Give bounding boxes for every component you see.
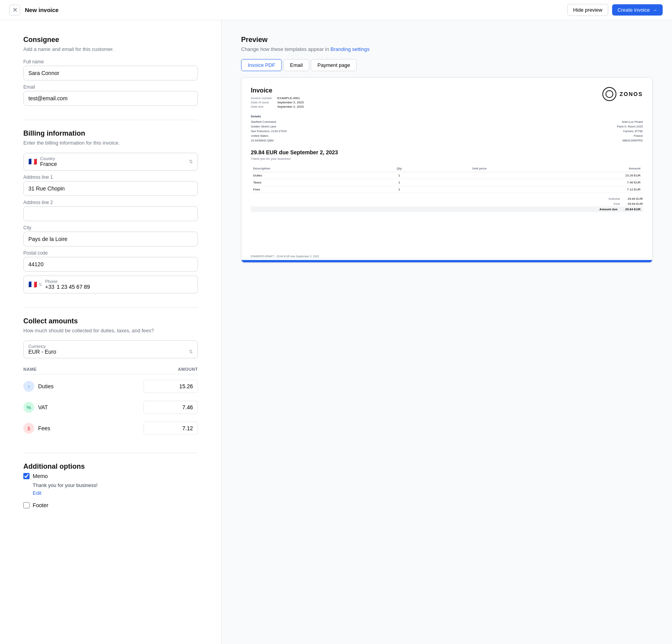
address1-input[interactable] [23, 181, 198, 196]
email-input[interactable] [23, 91, 198, 106]
chevron-updown-icon[interactable]: ⇅ [189, 159, 193, 164]
invoice-details-section: Details Starfleet Command Golden Street … [251, 115, 643, 143]
tab-email[interactable]: Email [284, 59, 310, 71]
address1-label: Address line 1 [23, 175, 198, 180]
fees-input[interactable] [144, 422, 198, 435]
bill-from-country: United States [251, 134, 447, 138]
postal-input[interactable] [23, 257, 198, 272]
hide-preview-button[interactable]: Hide preview [567, 4, 608, 16]
duties-row-left: ↑ Duties [23, 381, 54, 392]
fees-row-left: $ Fees [23, 423, 50, 434]
memo-checkbox[interactable] [23, 473, 30, 479]
footer-row: Footer [23, 502, 198, 508]
arrow-icon: → [652, 7, 657, 13]
bill-from-col: Starfleet Command Golden Street Lane San… [251, 120, 447, 143]
duties-input[interactable] [144, 380, 198, 393]
bill-from-city: San Francisco, 2143-27015 [251, 129, 447, 134]
city-label: City [23, 225, 198, 230]
preview-tabs: Invoice PDF Email Payment page [241, 59, 653, 71]
invoice-due-label: Date due [251, 105, 274, 108]
memo-row: Memo [23, 473, 198, 479]
vat-icon: % [23, 402, 34, 413]
edit-link[interactable]: Edit [33, 490, 41, 496]
invoice-header-row: Invoice Invoice number EXAMPLE-0001 Date… [251, 87, 643, 108]
additional-title: Additional options [23, 462, 198, 471]
phone-label: Phone [45, 279, 193, 284]
row3-amount: 7.12 EUR [532, 186, 643, 193]
preview-description: Change how these templates appear in Bra… [241, 46, 653, 52]
invoice-thank-you: Thank you for your business! [251, 157, 643, 161]
address2-input[interactable] [23, 206, 198, 221]
phone-flag: 🇫🇷 [28, 280, 37, 289]
invoice-details-row: Starfleet Command Golden Street Lane San… [251, 120, 643, 143]
col-unit-price: Unit price [427, 165, 532, 172]
invoice-number-label: Invoice number [251, 96, 274, 100]
preview-title: Preview [241, 36, 653, 44]
header-right: Hide preview Create invoice → [567, 4, 663, 16]
phone-input-group: Phone +33 [45, 279, 193, 290]
email-field: Email [23, 84, 198, 106]
logo-inner-circle-icon [606, 90, 613, 98]
invoice-issue-label: Date of issue [251, 101, 274, 104]
invoice-preview-card: Invoice Invoice number EXAMPLE-0001 Date… [241, 77, 653, 263]
tab-payment-page[interactable]: Payment page [311, 59, 357, 71]
create-invoice-button[interactable]: Create invoice → [612, 4, 663, 16]
amount-due-row-label: Amount due [599, 208, 618, 211]
city-input[interactable] [23, 232, 198, 246]
amount-col-header: AMOUNT [178, 367, 198, 372]
country-label: Country [40, 156, 186, 161]
full-name-field: Full name [23, 59, 198, 80]
duties-row: ↑ Duties [23, 376, 198, 397]
tab-invoice-pdf[interactable]: Invoice PDF [241, 59, 282, 71]
phone-input[interactable] [57, 284, 193, 290]
currency-chevron-icon[interactable]: ⇅ [189, 349, 193, 354]
invoice-inner: Invoice Invoice number EXAMPLE-0001 Date… [242, 78, 652, 253]
row3-unit [427, 186, 532, 193]
vat-row: % VAT [23, 397, 198, 418]
footer-checkbox[interactable] [23, 502, 30, 508]
row1-qty: 1 [372, 172, 427, 179]
phone-country-selector[interactable]: 🇫🇷 ⇅ [28, 280, 42, 289]
phone-field: 🇫🇷 ⇅ Phone +33 [23, 276, 198, 293]
bill-to-country: France [447, 134, 643, 138]
memo-label[interactable]: Memo [33, 473, 48, 479]
branding-settings-link[interactable]: Branding settings [331, 46, 369, 52]
postal-field: Postal code [23, 250, 198, 272]
total-value: 29.84 EUR [628, 202, 643, 206]
total-row: Total 29.84 EUR [251, 201, 643, 206]
footer-label[interactable]: Footer [33, 502, 48, 508]
header-left: ✕ New invoice [9, 5, 59, 16]
row2-desc: Taxes [251, 179, 372, 186]
amount-due-row-value: 29.84 EUR [625, 208, 640, 211]
invoice-due-row: Date due September 2, 2023 [251, 105, 304, 108]
row3-desc: Fees [251, 186, 372, 193]
invoice-amount-due-heading: 29.84 EUR due September 2, 2023 [251, 149, 643, 155]
phone-wrapper: 🇫🇷 ⇅ Phone +33 [23, 276, 198, 293]
collect-section: Collect amounts How much should be colle… [23, 317, 198, 439]
currency-select[interactable]: Currency EUR - Euro ⇅ [23, 340, 198, 358]
close-button[interactable]: ✕ [9, 5, 20, 16]
amounts-header: NAME AMOUNT [23, 365, 198, 374]
left-panel: Consignee Add a name and email for this … [0, 20, 222, 644]
memo-text: Thank you for your business! [33, 482, 198, 488]
table-row: Fees 1 7.12 EUR [251, 186, 643, 193]
country-inner: Country France [40, 156, 186, 167]
postal-label: Postal code [23, 250, 198, 256]
vat-row-left: % VAT [23, 402, 48, 413]
country-flag: 🇫🇷 [28, 157, 37, 166]
email-label: Email [23, 84, 198, 90]
full-name-input[interactable] [23, 66, 198, 80]
consignee-title: Consignee [23, 36, 198, 44]
country-select[interactable]: 🇫🇷 Country France ⇅ [23, 153, 198, 171]
bill-from-name: Starfleet Command [251, 120, 447, 124]
row1-desc: Duties [251, 172, 372, 179]
vat-input[interactable] [144, 401, 198, 414]
invoice-number-value: EXAMPLE-0001 [277, 96, 300, 100]
collect-description: How much should be collected for duties,… [23, 328, 198, 333]
table-row: Taxes 1 7.46 EUR [251, 179, 643, 186]
phone-chevron-icon[interactable]: ⇅ [38, 282, 42, 287]
city-field: City [23, 225, 198, 246]
bill-to-addr: Paris 9, Room 2423 [447, 124, 643, 129]
row2-unit [427, 179, 532, 186]
invoice-left-header: Invoice Invoice number EXAMPLE-0001 Date… [251, 87, 304, 108]
